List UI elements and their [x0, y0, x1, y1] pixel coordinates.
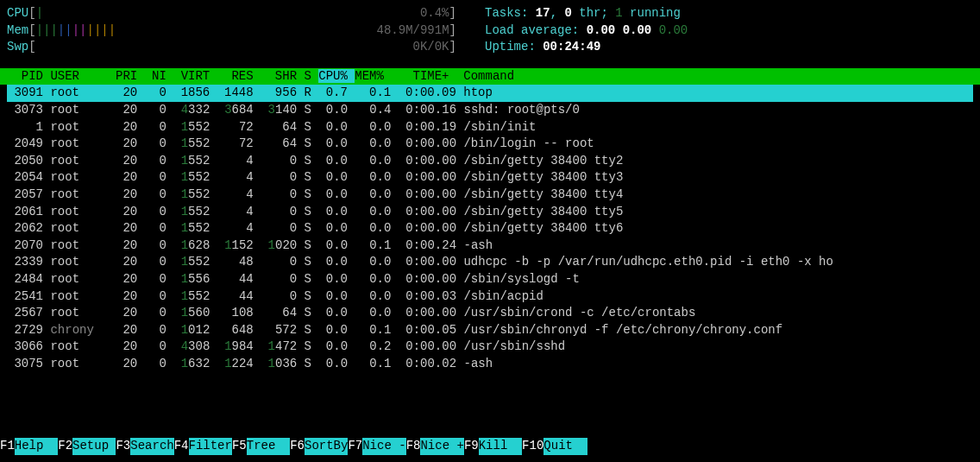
table-row[interactable]: 2062 root 20 0 1552 4 0 S 0.0 0.0 0:00.0…: [7, 220, 973, 237]
table-row[interactable]: 2567 root 20 0 1560 108 64 S 0.0 0.0 0:0…: [7, 305, 973, 322]
mem-value: 48.9M/991M: [377, 23, 449, 37]
table-row[interactable]: 2049 root 20 0 1552 72 64 S 0.0 0.0 0:00…: [7, 136, 973, 153]
fkey-f5: F5: [232, 439, 247, 453]
fkey-f7-label[interactable]: Nice -: [362, 438, 405, 455]
swp-meter: Swp[ 0K/0K]: [7, 39, 485, 56]
uptime-value: 00:24:49: [543, 40, 600, 54]
fkey-f3-label[interactable]: Search: [130, 438, 173, 455]
table-row[interactable]: 2541 root 20 0 1552 44 0 S 0.0 0.0 0:00.…: [7, 288, 973, 306]
mem-bar: |||||||||||: [36, 23, 116, 37]
la-2: 0.00: [623, 23, 652, 37]
cpu-bar: |: [36, 6, 43, 20]
fkey-f6: F6: [290, 439, 305, 453]
meters-column: CPU[| 0.4%] Mem[||||||||||| 48.9M/991M] …: [7, 5, 485, 56]
swp-value: 0K/0K: [413, 40, 449, 54]
table-row[interactable]: 3091 root 20 0 1856 1448 956 R 0.7 0.1 0…: [7, 85, 973, 102]
cpu-label: CPU: [7, 6, 28, 20]
fkey-f6-label[interactable]: SortBy: [305, 438, 348, 455]
fkey-f1: F1: [0, 439, 15, 453]
cpu-value: 0.4%: [420, 6, 449, 20]
fkey-f9-label[interactable]: Kill: [479, 438, 522, 455]
footer-bar: F1Help F2Setup F3SearchF4FilterF5Tree F6…: [0, 438, 587, 455]
swp-label: Swp: [7, 40, 28, 54]
fkey-f1-label[interactable]: Help: [15, 438, 58, 455]
process-table[interactable]: 3091 root 20 0 1856 1448 956 R 0.7 0.1 0…: [0, 85, 980, 372]
tasks-running: 1: [615, 6, 622, 20]
header-area: CPU[| 0.4%] Mem[||||||||||| 48.9M/991M] …: [0, 0, 980, 60]
table-row[interactable]: 3066 root 20 0 4308 1984 1472 S 0.0 0.2 …: [7, 339, 973, 356]
fkey-f3: F3: [116, 439, 130, 453]
uptime-line: Uptime: 00:24:49: [485, 39, 688, 56]
tasks-line: Tasks: 17, 0 thr; 1 running: [485, 5, 688, 22]
fkey-f7: F7: [348, 439, 362, 453]
mem-label: Mem: [7, 23, 28, 37]
fkey-f4: F4: [174, 439, 189, 453]
table-row[interactable]: 2061 root 20 0 1552 4 0 S 0.0 0.0 0:00.0…: [7, 204, 973, 221]
fkey-f2-label[interactable]: Setup: [72, 438, 116, 455]
la-1: 0.00: [587, 23, 616, 37]
fkey-f10-label[interactable]: Quit: [543, 438, 587, 455]
fkey-f9: F9: [464, 439, 479, 453]
mem-meter: Mem[||||||||||| 48.9M/991M]: [7, 22, 485, 40]
fkey-f10: F10: [522, 439, 543, 453]
table-row[interactable]: 2484 root 20 0 1556 44 0 S 0.0 0.0 0:00.…: [7, 271, 973, 288]
column-headers[interactable]: PID USER PRI NI VIRT RES SHR S CPU% MEM%…: [0, 68, 980, 85]
table-row[interactable]: 2339 root 20 0 1552 48 0 S 0.0 0.0 0:00.…: [7, 254, 973, 271]
cpu-meter: CPU[| 0.4%]: [7, 5, 485, 22]
table-row[interactable]: 1 root 20 0 1552 72 64 S 0.0 0.0 0:00.19…: [7, 119, 973, 136]
table-row[interactable]: 2729 chrony 20 0 1012 648 572 S 0.0 0.1 …: [7, 322, 973, 339]
fkey-f2: F2: [58, 439, 72, 453]
table-row[interactable]: 2050 root 20 0 1552 4 0 S 0.0 0.0 0:00.0…: [7, 153, 973, 170]
tasks-thr: 0: [564, 6, 571, 20]
fkey-f8-label[interactable]: Nice +: [420, 438, 463, 455]
load-avg-line: Load average: 0.00 0.00 0.00: [485, 22, 688, 40]
table-row[interactable]: 2057 root 20 0 1552 4 0 S 0.0 0.0 0:00.0…: [7, 187, 973, 204]
table-row[interactable]: 2054 root 20 0 1552 4 0 S 0.0 0.0 0:00.0…: [7, 169, 973, 187]
fkey-f4-label[interactable]: Filter: [189, 438, 232, 455]
fkey-f8: F8: [406, 439, 421, 453]
stats-column: Tasks: 17, 0 thr; 1 running Load average…: [485, 5, 688, 56]
table-row[interactable]: 3073 root 20 0 4332 3684 3140 S 0.0 0.4 …: [7, 102, 973, 119]
fkey-f5-label[interactable]: Tree: [247, 438, 290, 455]
table-row[interactable]: 3075 root 20 0 1632 1224 1036 S 0.0 0.1 …: [7, 356, 973, 373]
la-3: 0.00: [659, 23, 688, 37]
table-row[interactable]: 2070 root 20 0 1628 1152 1020 S 0.0 0.1 …: [7, 237, 973, 255]
tasks-total: 17: [536, 6, 550, 20]
